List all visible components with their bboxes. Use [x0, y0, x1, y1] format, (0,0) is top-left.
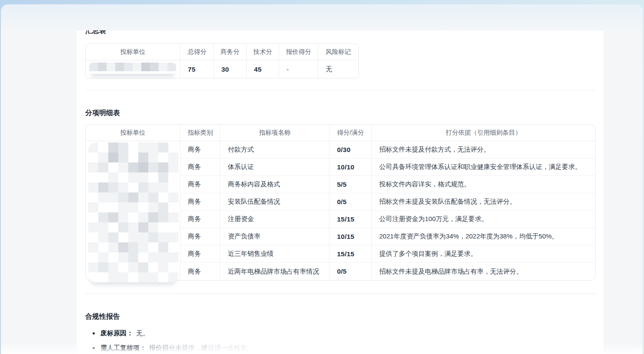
summary-table: 投标单位 总得分 商务分 技术分 报价得分 风险标记 75 30: [85, 43, 358, 79]
category-cell: 商务: [180, 176, 220, 193]
item-cell: 付款方式: [220, 141, 330, 159]
quote-score-value: -: [279, 60, 318, 78]
category-cell: 商务: [180, 193, 220, 211]
item-cell: 近三年销售业绩: [220, 245, 330, 263]
summary-col-risk: 风险标记: [318, 44, 358, 60]
category-cell: 商务: [180, 211, 220, 228]
app-panel[interactable]: 汇总表 投标单位 总得分 商务分 技术分 报价得分 风: [1, 4, 643, 354]
bullet-value: 无。: [136, 329, 149, 337]
basis-cell: 招标文件未提及电梯品牌市场占有率，无法评分。: [372, 263, 595, 280]
summary-title: 汇总表: [85, 30, 595, 35]
score-cell: 0/5: [330, 263, 372, 280]
score-cell: 5/5: [330, 176, 372, 193]
item-cell: 注册资金: [220, 211, 330, 228]
bullet-colon: ：: [140, 344, 146, 352]
risk-flag-value: 无: [318, 60, 358, 78]
basis-cell: 提供了多个项目案例，满足要求。: [372, 245, 595, 263]
item-cell: 近两年电梯品牌市场占有率情况: [220, 263, 330, 280]
item-cell: 商务标内容及格式: [220, 176, 330, 193]
basis-cell: 公司注册资金为100万元，满足要求。: [372, 211, 595, 228]
basis-cell: 公司具备环境管理体系认证和职业健康安全管理体系认证，满足要求。: [372, 159, 595, 176]
business-score-value: 30: [214, 60, 247, 78]
score-cell: 15/15: [330, 211, 372, 228]
basis-cell: 投标文件内容详实，格式规范。: [372, 176, 595, 193]
bullet-icon: [93, 332, 95, 334]
masked-bidder-name-mosaic: [88, 142, 178, 282]
detail-col-basis: 打分依据（引用细则条目）: [372, 125, 595, 141]
category-cell: 商务: [180, 141, 220, 159]
list-item-manual-review: 需人工复核项 ： 报价得分未提供，建议进一步核实。: [93, 344, 595, 352]
bullet-icon: [93, 347, 95, 349]
category-cell: 商务: [180, 245, 220, 263]
detail-title: 分项明细表: [85, 109, 595, 117]
masked-bidder-name-mosaic: [89, 63, 176, 74]
detail-col-bidder: 投标单位: [86, 125, 180, 141]
score-cell: 10/10: [330, 159, 372, 176]
item-cell: 体系认证: [220, 159, 330, 176]
bullet-label: 废标原因: [100, 329, 127, 337]
item-cell: 资产负债率: [220, 228, 330, 245]
summary-col-business: 商务分: [214, 44, 247, 60]
basis-cell: 招标文件未提及安装队伍配备情况，无法评分。: [372, 193, 595, 211]
detail-header-row: 投标单位 指标类别 指标项名称 得分/满分 打分依据（引用细则条目）: [86, 125, 595, 141]
item-cell: 安装队伍配备情况: [220, 193, 330, 211]
bullet-colon: ：: [127, 329, 133, 337]
category-cell: 商务: [180, 263, 220, 280]
page-root: 汇总表 投标单位 总得分 商务分 技术分 报价得分 风: [0, 0, 644, 354]
score-cell: 0/30: [330, 141, 372, 159]
panel-header: [1, 4, 643, 30]
detail-col-score: 得分/满分: [330, 125, 372, 141]
summary-col-technical: 技术分: [247, 44, 279, 60]
score-cell: 10/15: [330, 228, 372, 245]
summary-header-row: 投标单位 总得分 商务分 技术分 报价得分 风险标记: [86, 44, 358, 60]
total-score-value: 75: [180, 60, 214, 78]
category-cell: 商务: [180, 228, 220, 245]
technical-score-value: 45: [247, 60, 279, 78]
section-divider: [85, 90, 595, 90]
score-cell: 15/15: [330, 245, 372, 263]
summary-col-total: 总得分: [180, 44, 214, 60]
report-card: 汇总表 投标单位 总得分 商务分 技术分 报价得分 风: [77, 30, 604, 354]
basis-cell: 2021年度资产负债率为34%，2022年度为38%，均低于50%。: [372, 228, 595, 245]
summary-col-quote: 报价得分: [279, 44, 318, 60]
detail-col-category: 指标类别: [180, 125, 220, 141]
category-cell: 商务: [180, 159, 220, 176]
basis-cell: 招标文件未提及付款方式，无法评分。: [372, 141, 595, 159]
section-divider: [85, 294, 595, 294]
detail-table: 投标单位 指标类别 指标项名称 得分/满分 打分依据（引用细则条目） 商务 付款…: [85, 124, 595, 281]
compliance-title: 合规性报告: [85, 312, 595, 321]
detail-col-item: 指标项名称: [220, 125, 330, 141]
bullet-value: 报价得分未提供，建议进一步核实。: [149, 344, 254, 352]
score-cell: 0/5: [330, 193, 372, 211]
summary-col-bidder: 投标单位: [86, 44, 180, 60]
bullet-label: 需人工复核项: [100, 344, 140, 352]
list-item-invalid-bid-reason: 废标原因 ： 无。: [93, 329, 595, 337]
